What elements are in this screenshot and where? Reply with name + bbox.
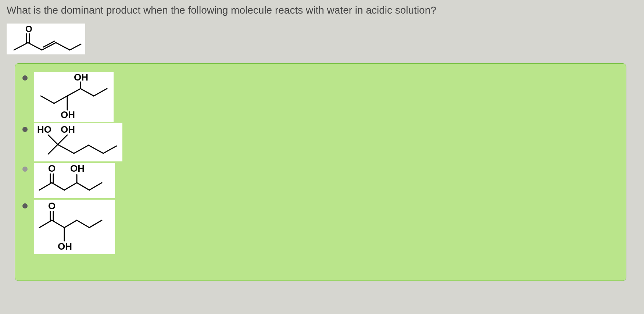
svg-line-37 [89, 220, 102, 228]
label-O: O [48, 201, 56, 211]
svg-line-33 [52, 220, 64, 228]
svg-line-11 [67, 89, 80, 96]
option-b[interactable]: HO OH [22, 123, 619, 161]
svg-line-28 [77, 183, 89, 190]
svg-line-20 [89, 145, 103, 153]
svg-line-13 [80, 89, 94, 96]
svg-line-25 [52, 183, 64, 190]
option-c-structure: O OH [34, 163, 115, 198]
label-O: O [48, 164, 56, 174]
svg-line-2 [14, 43, 28, 50]
svg-line-6 [56, 43, 70, 50]
label-OH-bottom: OH [61, 109, 75, 120]
label-O: O [25, 26, 32, 34]
svg-line-9 [54, 96, 67, 103]
svg-line-3 [28, 43, 42, 50]
question-molecule-image: O [7, 24, 85, 54]
svg-line-17 [48, 144, 58, 154]
label-OH: OH [70, 164, 85, 174]
svg-line-26 [64, 183, 77, 190]
svg-line-18 [58, 144, 74, 153]
label-OH: OH [61, 125, 75, 135]
option-a-structure: OH OH [34, 72, 114, 122]
svg-line-19 [74, 145, 89, 153]
bullet-icon [22, 167, 28, 172]
svg-line-29 [89, 183, 102, 190]
option-c[interactable]: O OH [22, 163, 619, 198]
options-panel: OH OH HO OH [15, 63, 626, 281]
label-OH-top: OH [74, 73, 88, 83]
svg-line-32 [39, 220, 52, 228]
svg-line-7 [70, 44, 81, 50]
option-b-structure: HO OH [34, 123, 122, 161]
svg-line-21 [103, 146, 117, 153]
svg-line-15 [48, 135, 58, 144]
svg-line-36 [77, 220, 89, 228]
bullet-icon [22, 203, 28, 208]
bullet-icon [22, 75, 28, 81]
svg-line-8 [41, 96, 54, 103]
svg-line-14 [94, 89, 107, 96]
svg-line-24 [39, 183, 52, 190]
label-HO: HO [37, 125, 51, 135]
svg-line-16 [58, 135, 67, 144]
option-d-structure: O OH [34, 200, 115, 254]
bullet-icon [22, 127, 28, 132]
label-OH: OH [58, 241, 72, 252]
question-text: What is the dominant product when the fo… [0, 0, 644, 21]
option-a[interactable]: OH OH [22, 72, 619, 122]
option-d[interactable]: O OH [22, 200, 619, 254]
svg-line-35 [64, 220, 77, 228]
